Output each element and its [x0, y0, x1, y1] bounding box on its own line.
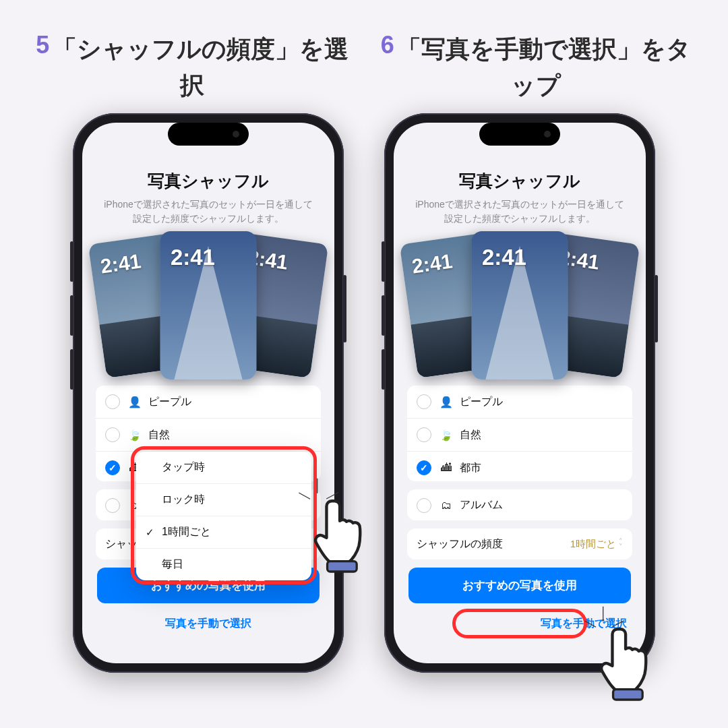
album-group: 🗂 アルバム [407, 489, 632, 521]
frequency-value: 1時間ごと ˄˅ [570, 538, 623, 551]
person-icon: 👤 [439, 396, 453, 408]
step-titles: 5 「シャッフルの頻度」を選択 6 「写真を手動で選択」をタップ [0, 0, 728, 111]
preview-clock: 2:41 [99, 249, 142, 278]
wallpaper-preview: 2:41 2:41 2:41 [404, 237, 635, 373]
radio-unchecked-icon [105, 498, 120, 513]
svg-rect-1 [613, 690, 643, 700]
chevron-updown-icon: ˄˅ [619, 539, 623, 549]
category-label: 都市 [460, 461, 481, 475]
popup-option-label: ロック時 [162, 493, 205, 505]
leaf-icon: 🍃 [128, 429, 142, 442]
phone-frame-right: 写真シャッフル iPhoneで選択された写真のセットが一日を通して設定した頻度で… [384, 113, 655, 673]
popup-option-hourly[interactable]: ✓ 1時間ごと [136, 516, 311, 548]
popup-option-label: 1時間ごと [162, 526, 211, 537]
use-suggested-photos-button[interactable]: おすすめの写真を使用 [408, 568, 631, 603]
phone-frame-left: 写真シャッフル iPhoneで選択された写真のセットが一日を通して設定した頻度で… [73, 113, 344, 673]
screen-subtitle: iPhoneで選択された写真のセットが一日を通して設定した頻度でシャッフルします… [411, 198, 628, 226]
category-label: 自然 [148, 428, 170, 442]
frequency-popup: タップ時 ロック時 ✓ 1時間ごと 毎日 [136, 452, 311, 580]
screen-title: 写真シャッフル [100, 170, 317, 192]
screen-left: 写真シャッフル iPhoneで選択された写真のセットが一日を通して設定した頻度で… [82, 123, 334, 663]
checkmark-icon: ✓ [146, 526, 154, 539]
dynamic-island [479, 123, 560, 146]
frequency-label: シャッフルの頻度 [417, 537, 503, 551]
city-icon: 🏙 [439, 462, 453, 474]
step-5-title: 5 「シャッフルの頻度」を選択 [27, 31, 357, 104]
popup-option-tap[interactable]: タップ時 [136, 452, 311, 483]
radio-unchecked-icon [417, 498, 431, 513]
radio-checked-icon [417, 460, 431, 475]
step-label: 「シャッフルの頻度」を選択 [53, 35, 348, 99]
screen-right: 写真シャッフル iPhoneで選択された写真のセットが一日を通して設定した頻度で… [394, 123, 646, 663]
popup-option-label: 毎日 [162, 558, 183, 570]
preview-clock: 2:41 [411, 249, 454, 278]
category-label: ピープル [460, 395, 503, 409]
shuffle-frequency-row[interactable]: シャッフルの頻度 1時間ごと ˄˅ [407, 528, 632, 559]
preview-clock: 2:41 [482, 245, 526, 270]
radio-unchecked-icon [105, 394, 120, 409]
step-6-title: 6 「写真を手動で選択」をタップ [371, 31, 701, 104]
popup-option-lock[interactable]: ロック時 [136, 483, 311, 516]
radio-unchecked-icon [417, 394, 431, 409]
choose-photos-manually-button[interactable]: 写真を手動で選択 [161, 613, 255, 635]
popup-option-daily[interactable]: 毎日 [136, 548, 311, 580]
step-number: 6 [381, 31, 394, 59]
wallpaper-preview: 2:41 2:41 2:41 [93, 237, 324, 373]
preview-clock: 2:41 [171, 245, 215, 270]
popup-option-label: タップ時 [162, 461, 205, 473]
screen-subtitle: iPhoneで選択された写真のセットが一日を通して設定した頻度でシャッフルします… [100, 198, 317, 226]
radio-unchecked-icon [105, 427, 120, 442]
category-label: アルバム [460, 498, 503, 512]
category-album[interactable]: 🗂 アルバム [407, 489, 632, 521]
category-nature[interactable]: 🍃 自然 [96, 418, 321, 451]
screen-header: 写真シャッフル iPhoneで選択された写真のセットが一日を通して設定した頻度で… [96, 170, 321, 226]
screen-title: 写真シャッフル [411, 170, 628, 192]
category-label: 自然 [460, 428, 481, 442]
category-people[interactable]: 👤 ピープル [96, 386, 321, 418]
person-icon: 👤 [128, 396, 142, 408]
screen-header: 写真シャッフル iPhoneで選択された写真のセットが一日を通して設定した頻度で… [407, 170, 632, 226]
category-label: ピープル [148, 395, 191, 409]
choose-photos-manually-button[interactable]: 写真を手動で選択 [537, 613, 631, 635]
radio-checked-icon [105, 460, 120, 475]
leaf-icon: 🍃 [439, 429, 453, 442]
category-people[interactable]: 👤 ピープル [407, 386, 632, 418]
step-label: 「写真を手動で選択」をタップ [397, 35, 691, 99]
category-list: 👤 ピープル 🍃 自然 🏙 都市 [407, 386, 632, 481]
dynamic-island [168, 123, 249, 146]
step-number: 5 [36, 31, 49, 59]
frequency-group: シャッフルの頻度 1時間ごと ˄˅ [407, 528, 632, 559]
radio-unchecked-icon [417, 427, 431, 442]
category-nature[interactable]: 🍃 自然 [407, 418, 632, 451]
album-icon: 🗂 [439, 499, 453, 512]
category-city[interactable]: 🏙 都市 [407, 451, 632, 481]
